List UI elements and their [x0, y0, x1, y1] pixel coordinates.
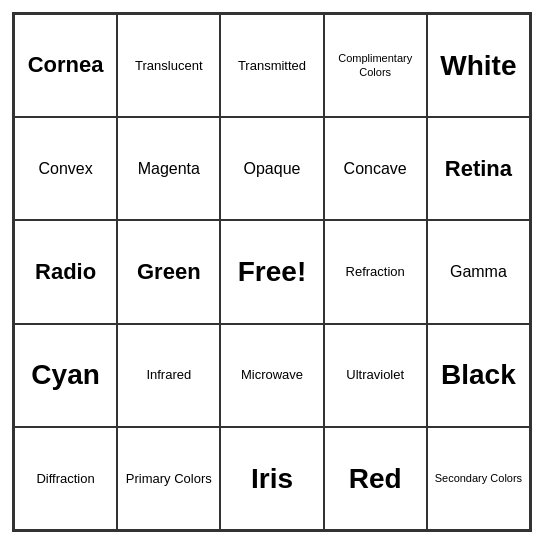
- bingo-cell-10: Radio: [14, 220, 117, 323]
- bingo-cell-7: Opaque: [220, 117, 323, 220]
- bingo-cell-20: Diffraction: [14, 427, 117, 530]
- bingo-cell-2: Transmitted: [220, 14, 323, 117]
- bingo-cell-11: Green: [117, 220, 220, 323]
- bingo-board: CorneaTranslucentTransmittedComplimentar…: [12, 12, 532, 532]
- bingo-cell-14: Gamma: [427, 220, 530, 323]
- cell-text-4: White: [440, 49, 516, 83]
- cell-text-14: Gamma: [450, 262, 507, 281]
- cell-text-12: Free!: [238, 255, 306, 289]
- cell-text-19: Black: [441, 358, 516, 392]
- cell-text-20: Diffraction: [36, 471, 94, 487]
- bingo-cell-6: Magenta: [117, 117, 220, 220]
- bingo-cell-13: Refraction: [324, 220, 427, 323]
- bingo-cell-0: Cornea: [14, 14, 117, 117]
- bingo-cell-8: Concave: [324, 117, 427, 220]
- cell-text-9: Retina: [445, 156, 512, 182]
- cell-text-10: Radio: [35, 259, 96, 285]
- bingo-cell-24: Secondary Colors: [427, 427, 530, 530]
- bingo-cell-9: Retina: [427, 117, 530, 220]
- cell-text-1: Translucent: [135, 58, 202, 74]
- cell-text-3: Complimentary Colors: [329, 52, 422, 78]
- bingo-cell-3: Complimentary Colors: [324, 14, 427, 117]
- bingo-cell-21: Primary Colors: [117, 427, 220, 530]
- cell-text-5: Convex: [38, 159, 92, 178]
- bingo-cell-5: Convex: [14, 117, 117, 220]
- bingo-cell-17: Microwave: [220, 324, 323, 427]
- cell-text-8: Concave: [344, 159, 407, 178]
- cell-text-21: Primary Colors: [126, 471, 212, 487]
- bingo-cell-23: Red: [324, 427, 427, 530]
- bingo-cell-19: Black: [427, 324, 530, 427]
- bingo-cell-12: Free!: [220, 220, 323, 323]
- cell-text-22: Iris: [251, 462, 293, 496]
- cell-text-6: Magenta: [138, 159, 200, 178]
- bingo-cell-18: Ultraviolet: [324, 324, 427, 427]
- cell-text-16: Infrared: [146, 367, 191, 383]
- bingo-cell-22: Iris: [220, 427, 323, 530]
- cell-text-15: Cyan: [31, 358, 99, 392]
- cell-text-7: Opaque: [244, 159, 301, 178]
- cell-text-23: Red: [349, 462, 402, 496]
- cell-text-2: Transmitted: [238, 58, 306, 74]
- cell-text-24: Secondary Colors: [435, 472, 522, 485]
- bingo-cell-16: Infrared: [117, 324, 220, 427]
- cell-text-13: Refraction: [346, 264, 405, 280]
- cell-text-17: Microwave: [241, 367, 303, 383]
- bingo-cell-1: Translucent: [117, 14, 220, 117]
- cell-text-0: Cornea: [28, 52, 104, 78]
- cell-text-11: Green: [137, 259, 201, 285]
- cell-text-18: Ultraviolet: [346, 367, 404, 383]
- bingo-cell-15: Cyan: [14, 324, 117, 427]
- bingo-cell-4: White: [427, 14, 530, 117]
